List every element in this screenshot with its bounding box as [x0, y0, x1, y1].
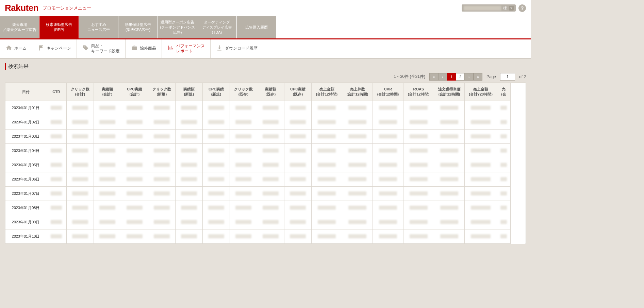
- col-cpc_exist[interactable]: CPC実績(既存): [284, 83, 312, 101]
- cell-orders_720h: [497, 101, 511, 115]
- col-spend_new[interactable]: 実績額(新規): [176, 83, 203, 101]
- cell-cpa_12h: [434, 101, 465, 115]
- redacted-value: [379, 149, 397, 153]
- redacted-value: [410, 106, 428, 110]
- topbar-right: 様 ?: [462, 4, 526, 12]
- col-orders_720h[interactable]: 売(合: [497, 83, 511, 101]
- col-cpa_12h[interactable]: 注文獲得単価(合計12時間): [434, 83, 465, 101]
- sub-tab-4[interactable]: パフォーマンスレポート: [162, 39, 211, 58]
- redacted-value: [410, 163, 428, 167]
- cell-sales_720h: [465, 172, 497, 186]
- redacted-value: [348, 106, 367, 110]
- col-cvr_12h[interactable]: CVR(合計12時間): [373, 83, 403, 101]
- main-tab-1[interactable]: 検索連動型広告(RPP): [39, 16, 79, 38]
- pager-prev[interactable]: ‹: [438, 73, 447, 81]
- main-tab-5[interactable]: ターゲティングディスプレイ広告(TDA): [197, 16, 237, 38]
- col-spend_total[interactable]: 実績額(合計): [94, 83, 121, 101]
- pager-last[interactable]: »: [474, 73, 482, 81]
- redacted-value: [181, 234, 197, 238]
- redacted-value: [348, 134, 367, 138]
- page-input[interactable]: [500, 73, 515, 81]
- sub-tab-1[interactable]: キャンペーン: [32, 39, 77, 58]
- col-roas_12h[interactable]: ROAS(合計12時間): [403, 83, 434, 101]
- redacted-value: [290, 120, 306, 124]
- cell-sales_720h: [465, 229, 497, 243]
- redacted-value: [263, 191, 279, 195]
- pager-page-2[interactable]: 2: [456, 73, 465, 81]
- col-sales_12h[interactable]: 売上金額(合計12時間): [312, 83, 342, 101]
- redacted-value: [99, 163, 115, 167]
- cell-orders_12h: [342, 172, 373, 186]
- pager-page-1[interactable]: 1: [447, 73, 456, 81]
- cell-roas_12h: [403, 101, 434, 115]
- cell-orders_12h: [342, 129, 373, 143]
- cell-sales_720h: [465, 101, 497, 115]
- redacted-value: [51, 120, 62, 124]
- redacted-value: [235, 106, 251, 110]
- sub-tab-0[interactable]: ホーム: [0, 39, 32, 58]
- main-tab-4[interactable]: 運用型クーポン広告(クーポンアドバンス広告): [158, 16, 197, 38]
- sub-tab-3[interactable]: 除外商品: [126, 39, 162, 58]
- col-orders_12h[interactable]: 売上件数(合計12時間): [342, 83, 373, 101]
- sub-tab-2[interactable]: 商品・キーワード設定: [77, 39, 126, 58]
- cell-spend_new: [176, 143, 203, 158]
- cell-clicks_new: [148, 158, 176, 172]
- main-tab-0[interactable]: 楽天市場／楽天グループ広告: [0, 16, 39, 38]
- col-spend_exist[interactable]: 実績額(既存): [257, 83, 284, 101]
- cell-cpa_12h: [434, 229, 465, 243]
- main-tab-label: 楽天市場／楽天グループ広告: [3, 22, 36, 32]
- sub-tab-5[interactable]: ダウンロード履歴: [211, 39, 263, 58]
- redacted-value: [500, 191, 507, 195]
- cell-ctr: [46, 129, 67, 143]
- col-cpc_new[interactable]: CPC実績(新規): [203, 83, 230, 101]
- cell-cvr_12h: [373, 143, 403, 158]
- cell-cpc_new: [203, 129, 230, 143]
- cell-cpa_12h: [434, 143, 465, 158]
- cell-clicks_exist: [230, 172, 257, 186]
- redacted-value: [127, 191, 143, 195]
- col-clicks_exist[interactable]: クリック数(既存): [230, 83, 257, 101]
- redacted-value: [500, 120, 507, 124]
- redacted-value: [208, 220, 224, 224]
- redacted-value: [471, 234, 490, 238]
- cell-clicks_exist: [230, 101, 257, 115]
- cell-spend_exist: [257, 229, 284, 243]
- cell-clicks_total: [67, 201, 94, 215]
- redacted-value: [72, 134, 88, 138]
- cell-sales_720h: [465, 143, 497, 158]
- user-menu[interactable]: 様: [462, 4, 516, 12]
- cell-spend_new: [176, 215, 203, 229]
- redacted-value: [440, 134, 459, 138]
- chevron-down-icon: [509, 6, 514, 11]
- redacted-value: [290, 149, 306, 153]
- col-cpc_total[interactable]: CPC実績(合計): [121, 83, 148, 101]
- redacted-value: [72, 206, 88, 210]
- main-tab-2[interactable]: おすすめニュース広告: [79, 16, 118, 38]
- cell-cpc_total: [121, 115, 148, 129]
- col-sales_720h[interactable]: 売上金額(合計720時間): [465, 83, 497, 101]
- col-clicks_new[interactable]: クリック数(新規): [148, 83, 176, 101]
- redacted-value: [72, 120, 88, 124]
- col-date[interactable]: 日付: [5, 83, 46, 101]
- cell-cpc_total: [121, 201, 148, 215]
- redacted-value: [154, 220, 170, 224]
- cell-orders_12h: [342, 229, 373, 243]
- table-row: 2023年01月05日: [5, 158, 511, 172]
- redacted-value: [318, 134, 336, 138]
- cell-roas_12h: [403, 229, 434, 243]
- col-clicks_total[interactable]: クリック数(合計): [67, 83, 94, 101]
- redacted-value: [154, 134, 170, 138]
- cell-sales_12h: [312, 115, 342, 129]
- cell-cpa_12h: [434, 172, 465, 186]
- redacted-value: [181, 120, 197, 124]
- col-ctr[interactable]: CTR: [46, 83, 67, 101]
- cell-date: 2023年01月04日: [5, 143, 46, 158]
- pager-next[interactable]: ›: [465, 73, 474, 81]
- cell-sales_720h: [465, 158, 497, 172]
- main-tab-3[interactable]: 効果保証型広告(楽天CPA広告): [118, 16, 158, 38]
- help-icon[interactable]: ?: [518, 4, 526, 12]
- cell-sales_12h: [312, 143, 342, 158]
- main-tab-label: 広告購入履歴: [245, 25, 268, 30]
- pager-first[interactable]: «: [429, 73, 438, 81]
- main-tab-6[interactable]: 広告購入履歴: [237, 16, 276, 38]
